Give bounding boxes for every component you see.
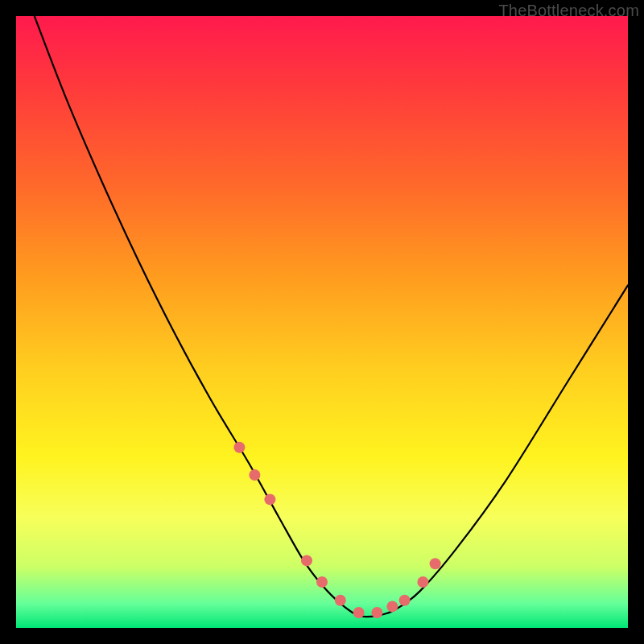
- chart-overlay: [16, 16, 628, 628]
- bottleneck-curve: [35, 16, 628, 617]
- dot-marker: [417, 576, 428, 588]
- dot-marker: [353, 607, 365, 618]
- dot-markers-group: [233, 442, 440, 618]
- dot-marker: [386, 601, 398, 612]
- dot-marker: [430, 558, 441, 569]
- dot-marker: [371, 607, 382, 618]
- dot-marker: [249, 469, 260, 481]
- dot-marker: [335, 595, 346, 606]
- dot-marker: [316, 576, 328, 588]
- dot-marker: [301, 555, 312, 566]
- dot-marker: [264, 493, 275, 505]
- dot-marker: [233, 442, 245, 453]
- dot-marker: [399, 595, 411, 606]
- plot-area: [16, 16, 628, 628]
- chart-frame: TheBottleneck.com: [0, 0, 644, 644]
